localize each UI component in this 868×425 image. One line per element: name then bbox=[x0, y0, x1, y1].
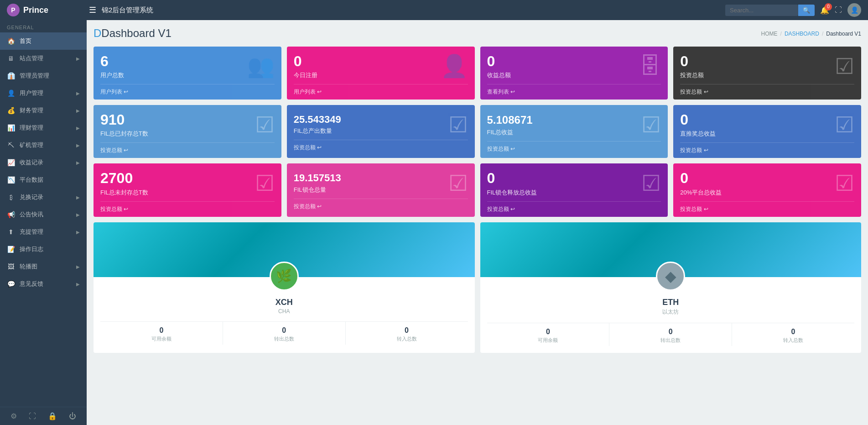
power-icon[interactable]: ⏻ bbox=[69, 412, 76, 420]
sidebar-label-news: 公告快讯 bbox=[20, 210, 72, 219]
chevron-right-icon-6: ▶ bbox=[76, 160, 80, 165]
stat-card-users: 6 用户总数 👥 用户列表 ↩ bbox=[94, 47, 281, 100]
chevron-right-icon-4: ▶ bbox=[76, 126, 80, 131]
stat-card-fil-lock: 19.157513 FIL锁仓总量 ☑ 投资总额 ↩ bbox=[287, 163, 475, 216]
sidebar-item-admin[interactable]: 👔 管理员管理 bbox=[0, 67, 87, 84]
stat-label-direct: 直推奖总收益 bbox=[680, 130, 854, 138]
stat-card-register: 0 今日注册 👤 用户列表 ↩ bbox=[287, 47, 475, 100]
stat-label-fil-release: FIL锁仓释放总收益 bbox=[487, 189, 661, 197]
fullscreen-icon[interactable]: ⛶ bbox=[29, 412, 36, 420]
check6-icon: ☑ bbox=[255, 170, 275, 196]
xch-stat-out: 0 转出总数 bbox=[223, 322, 346, 345]
stat-footer-invest[interactable]: 投资总额 ↩ bbox=[680, 84, 854, 100]
sidebar-item-home[interactable]: 🏠 首页 bbox=[0, 32, 87, 50]
check2-icon: ☑ bbox=[255, 112, 275, 137]
lock-icon[interactable]: 🔒 bbox=[48, 412, 57, 420]
breadcrumb-sep1: / bbox=[780, 31, 782, 37]
check3-icon: ☑ bbox=[448, 112, 468, 137]
stat-card-fil-unsealed: 2700 FIL总未封存总T数 ☑ 投资总额 ↩ bbox=[94, 163, 281, 216]
stat-footer-fil-release[interactable]: 投资总额 ↩ bbox=[487, 201, 661, 217]
chevron-right-icon-5: ▶ bbox=[76, 143, 80, 148]
search-wrap: 🔍 bbox=[725, 5, 815, 16]
stat-footer-fil-income[interactable]: 投资总额 ↩ bbox=[487, 141, 661, 157]
income-icon: 📈 bbox=[7, 159, 15, 166]
eth-in-value: 0 bbox=[734, 328, 852, 336]
eth-available-label: 可用余额 bbox=[489, 337, 607, 344]
eth-name: ETH bbox=[487, 298, 855, 307]
stat-footer-register[interactable]: 用户列表 ↩ bbox=[294, 84, 468, 100]
stat-footer-platform[interactable]: 投资总额 ↩ bbox=[680, 201, 854, 217]
check9-icon: ☑ bbox=[835, 170, 854, 196]
xch-in-value: 0 bbox=[348, 326, 466, 335]
xch-card: 🌿 XCH CHA 0 可用余额 0 转出总数 bbox=[94, 222, 475, 353]
chevron-right-icon-2: ▶ bbox=[76, 91, 80, 96]
stat-value-fil-income: 5.108671 bbox=[487, 114, 661, 126]
breadcrumb-current: Dashboard V1 bbox=[826, 31, 861, 37]
stat-value-fil-sealed: 910 bbox=[100, 112, 275, 128]
stat-footer-fil-produced[interactable]: 投资总额 ↩ bbox=[294, 140, 468, 155]
sidebar-label-deposit: 充提管理 bbox=[20, 228, 72, 236]
search-input[interactable] bbox=[725, 5, 798, 16]
feedback-icon: 💬 bbox=[7, 280, 15, 288]
chevron-right-icon-7: ▶ bbox=[76, 195, 80, 200]
sidebar-label-user: 用户管理 bbox=[20, 89, 72, 97]
sidebar-item-banner[interactable]: 🖼 轮播图 ▶ bbox=[0, 258, 87, 275]
sidebar-item-platform[interactable]: 📉 平台数据 bbox=[0, 171, 87, 189]
topbar-title: 锦2后台管理系统 bbox=[102, 6, 725, 15]
stat-footer-users[interactable]: 用户列表 ↩ bbox=[100, 84, 275, 100]
stat-footer-direct[interactable]: 投资总额 ↩ bbox=[680, 142, 854, 158]
xch-logo: 🌿 bbox=[270, 262, 299, 291]
breadcrumb-home[interactable]: HOME bbox=[761, 31, 778, 37]
stat-footer-revenue[interactable]: 查看列表 ↩ bbox=[487, 84, 661, 100]
sidebar-item-mining[interactable]: ⛏ 矿机管理 ▶ bbox=[0, 136, 87, 154]
register-icon: 👤 bbox=[441, 53, 468, 79]
expand-button[interactable]: ⛶ bbox=[835, 6, 842, 14]
stat-label-platform: 20%平台总收益 bbox=[680, 189, 854, 197]
sidebar-item-news[interactable]: 📢 公告快讯 ▶ bbox=[0, 206, 87, 223]
check8-icon: ☑ bbox=[641, 170, 661, 196]
sidebar-item-wealth[interactable]: 📊 理财管理 ▶ bbox=[0, 119, 87, 136]
stat-card-fil-sealed: 910 FIL总已封存总T数 ☑ 投资总额 ↩ bbox=[94, 105, 281, 158]
sidebar-bottom: ⚙ ⛶ 🔒 ⏻ bbox=[0, 407, 87, 425]
breadcrumb-sep2: / bbox=[822, 31, 823, 37]
stat-label-invest: 投资总额 bbox=[680, 71, 854, 79]
sidebar-item-exchange[interactable]: ₿ 兑换记录 ▶ bbox=[0, 189, 87, 206]
eth-in-label: 转入总数 bbox=[734, 337, 852, 344]
sidebar-label-log: 操作日志 bbox=[20, 245, 80, 253]
chevron-right-icon-3: ▶ bbox=[76, 108, 80, 113]
page-title-accent: D bbox=[94, 27, 101, 39]
sidebar-item-site[interactable]: 🖥 站点管理 ▶ bbox=[0, 50, 87, 67]
menu-toggle-icon[interactable]: ☰ bbox=[89, 5, 96, 15]
eth-stat-available: 0 可用余额 bbox=[487, 323, 610, 346]
sidebar-item-deposit[interactable]: ⬆ 充提管理 ▶ bbox=[0, 223, 87, 241]
stat-card-platform: 0 20%平台总收益 ☑ 投资总额 ↩ bbox=[673, 163, 861, 216]
xch-banner: 🌿 bbox=[94, 222, 475, 277]
search-button[interactable]: 🔍 bbox=[798, 5, 815, 16]
xch-stat-available: 0 可用余额 bbox=[100, 322, 223, 345]
stats-row-1: 6 用户总数 👥 用户列表 ↩ 0 今日注册 👤 用户列表 ↩ 0 收益总额 🗄 bbox=[94, 47, 861, 100]
admin-icon: 👔 bbox=[7, 72, 15, 79]
chevron-right-icon-10: ▶ bbox=[76, 264, 80, 269]
stat-footer-fil-sealed[interactable]: 投资总额 ↩ bbox=[100, 142, 275, 158]
xch-available-value: 0 bbox=[103, 326, 220, 335]
page-header: DDashboard V1 HOME / DASHBOARD / Dashboa… bbox=[94, 27, 861, 40]
mining-icon: ⛏ bbox=[7, 142, 15, 149]
sidebar-label-finance: 财务管理 bbox=[20, 106, 72, 115]
deposit-icon: ⬆ bbox=[7, 228, 15, 236]
sidebar-item-finance[interactable]: 💰 财务管理 ▶ bbox=[0, 102, 87, 119]
chevron-right-icon-11: ▶ bbox=[76, 282, 80, 287]
xch-available-label: 可用余额 bbox=[103, 336, 220, 342]
logo: P Prince bbox=[7, 4, 89, 16]
eth-stat-out: 0 转出总数 bbox=[609, 323, 732, 346]
sidebar-item-feedback[interactable]: 💬 意见反馈 ▶ bbox=[0, 275, 87, 293]
notification-button[interactable]: 🔔 0 bbox=[820, 6, 829, 15]
sidebar-item-income[interactable]: 📈 收益记录 ▶ bbox=[0, 154, 87, 171]
settings-icon[interactable]: ⚙ bbox=[10, 412, 17, 420]
stat-footer-fil-unsealed[interactable]: 投资总额 ↩ bbox=[100, 201, 275, 217]
avatar[interactable]: 👤 bbox=[847, 3, 861, 17]
xch-name: XCH bbox=[100, 298, 468, 307]
sidebar-item-log[interactable]: 📝 操作日志 bbox=[0, 241, 87, 258]
stat-footer-fil-lock[interactable]: 投资总额 ↩ bbox=[294, 199, 468, 214]
sidebar-item-user[interactable]: 👤 用户管理 ▶ bbox=[0, 84, 87, 102]
breadcrumb-section[interactable]: DASHBOARD bbox=[785, 31, 819, 37]
